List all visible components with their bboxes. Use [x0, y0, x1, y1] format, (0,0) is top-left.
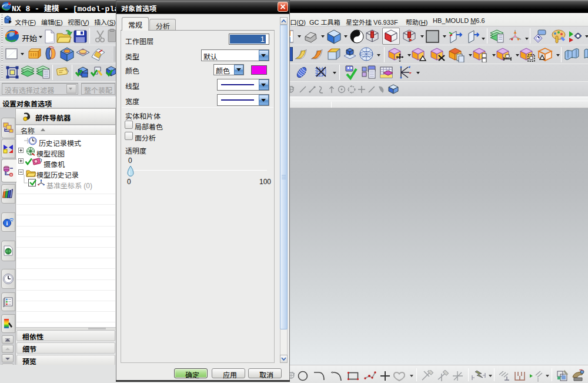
- svg-text:i: i: [6, 220, 8, 227]
